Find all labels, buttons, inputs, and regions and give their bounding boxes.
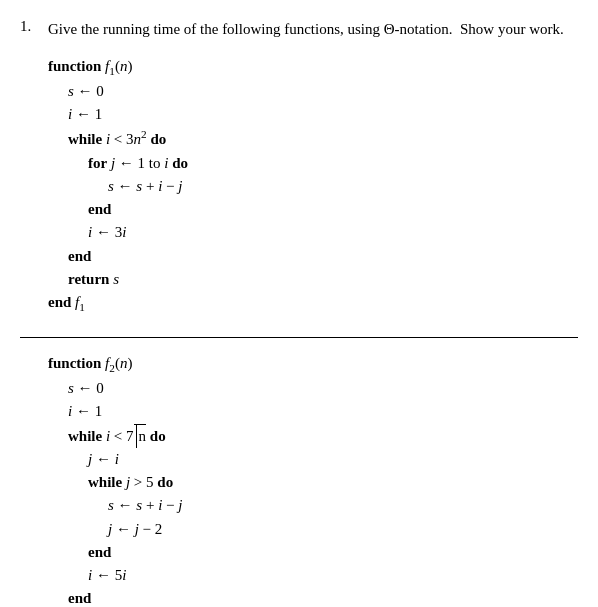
f2-line-end-inner: end (88, 541, 578, 564)
f1-line-return: return s (68, 268, 578, 291)
f1-line-while: while i < 3n2 do (68, 126, 578, 151)
problem-container: 1. Give the running time of the followin… (20, 18, 578, 607)
function2-block: function f2(n) s ← 0 i ← 1 while i < 7n … (48, 352, 578, 607)
f2-line-j-update: j ← j − 2 (108, 518, 578, 541)
f1-line-s0: s ← 0 (68, 80, 578, 103)
f1-line-end-while: end (68, 245, 578, 268)
f2-header: function f2(n) (48, 352, 578, 377)
f1-line-s-update: s ← s + i − j (108, 175, 578, 198)
f1-line-for: for j ← 1 to i do (88, 152, 578, 175)
f2-line-i-update: i ← 5i (88, 564, 578, 587)
f1-line-end-for: end (88, 198, 578, 221)
f2-line-i1: i ← 1 (68, 400, 578, 423)
f2-line-while-outer: while i < 7n do (68, 424, 578, 448)
problem-statement: 1. Give the running time of the followin… (20, 18, 578, 41)
f2-line-j-i: j ← i (88, 448, 578, 471)
f1-line-i-update: i ← 3i (88, 221, 578, 244)
divider1 (20, 337, 578, 338)
f2-line-s-update: s ← s + i − j (108, 494, 578, 517)
f2-line-s0: s ← 0 (68, 377, 578, 400)
problem-text: Give the running time of the following f… (48, 18, 578, 41)
f1-line-end-fn: end f1 (48, 291, 578, 316)
f2-line-end-outer: end (68, 587, 578, 607)
problem-number: 1. (20, 18, 42, 41)
f1-line-i1: i ← 1 (68, 103, 578, 126)
function1-block: function f1(n) s ← 0 i ← 1 while i < 3n2… (48, 55, 578, 317)
f1-header: function f1(n) (48, 55, 578, 80)
f2-line-while-inner: while j > 5 do (88, 471, 578, 494)
